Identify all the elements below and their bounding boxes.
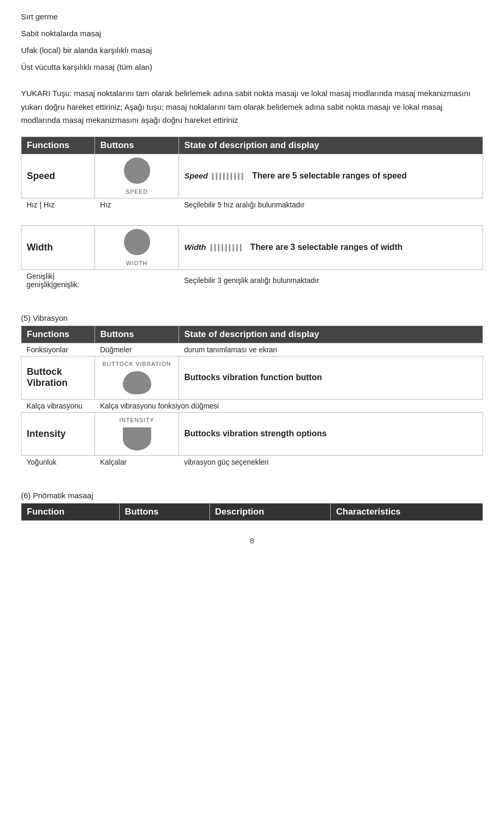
buttock-desc-cell: Buttocks vibration function button xyxy=(179,356,483,399)
vibration-tr-state: durum tanımlaması ve ekran xyxy=(179,343,483,356)
buttock-tr-buttons: Kalça vibrasyonu fonksiyon düğmesi xyxy=(95,399,483,412)
intro-block: Sırt germe Sabit noktalarda masaj Ufak (… xyxy=(21,11,483,127)
line4: Üst vücutta karşılıklı masaj (tüm alan) xyxy=(21,61,483,74)
vibration-header-functions: Functions xyxy=(22,326,95,343)
speed-header-functions: Functions xyxy=(22,137,95,154)
width-table: Width WIDTH Width There are 3 selectable… xyxy=(21,225,483,291)
pneumatic-header-row: Function Buttons Description Characteris… xyxy=(22,503,483,520)
speed-slider-label: Speed xyxy=(184,171,208,180)
buttock-translation-row: Kalça vibrasyonu Kalça vibrasyonu fonksi… xyxy=(22,399,483,412)
page-number: 8 xyxy=(21,537,483,545)
width-label: Width xyxy=(22,225,95,269)
vibration-header-row: Functions Buttons State of description a… xyxy=(22,326,483,343)
intensity-label: Intensity xyxy=(22,412,95,455)
speed-tr-buttons: Hız xyxy=(95,198,179,211)
intensity-tr-functions: Yoğunluk xyxy=(22,455,95,468)
speed-icon-cell: SPEED xyxy=(95,154,179,198)
pneumatic-heading: (6) Pnömatik masaaj xyxy=(21,491,483,500)
width-tr-functions: Genişlik| genişlik|genişlik: xyxy=(22,269,95,291)
pneumatic-table: Function Buttons Description Characteris… xyxy=(21,503,483,521)
buttock-vibration-row: Buttock Vibration BUTTOCK VIBRATION Butt… xyxy=(22,356,483,399)
vibration-tr-buttons: Düğmeler xyxy=(95,343,179,356)
width-slider-label: Width xyxy=(184,243,206,251)
pneumatic-header-description: Description xyxy=(209,503,331,520)
intensity-tr-state: vibrasyon güç seçenekleri xyxy=(179,455,483,468)
speed-label: Speed xyxy=(22,154,95,198)
line2: Sabit noktalarda masaj xyxy=(21,27,483,40)
intensity-icon xyxy=(123,427,151,450)
speed-translation-row: Hız | Hız Hız Seçilebilir 5 hız aralığı … xyxy=(22,198,483,211)
width-desc: There are 3 selectable ranges of width xyxy=(250,243,403,252)
vibration-tr-functions: Fonksiyonlar xyxy=(22,343,95,356)
speed-tr-state: Seçilebilir 5 hız aralığı bulunmaktadır xyxy=(179,198,483,211)
width-tr-buttons xyxy=(95,269,179,291)
pneumatic-header-buttons: Buttons xyxy=(119,503,209,520)
width-slider-lines xyxy=(211,244,242,251)
line3: Ufak (local) bir alanda karşılıklı masaj xyxy=(21,44,483,57)
width-icon-cell: WIDTH xyxy=(95,225,179,269)
pneumatic-header-function: Function xyxy=(22,503,120,520)
width-state-cell: Width There are 3 selectable ranges of w… xyxy=(179,225,483,269)
width-data-row: Width WIDTH Width There are 3 selectable… xyxy=(22,225,483,269)
vibration-header-state: State of description and display xyxy=(179,326,483,343)
speed-sublabel: SPEED xyxy=(100,188,173,195)
speed-tr-functions: Hız | Hız xyxy=(22,198,95,211)
width-sublabel: WIDTH xyxy=(100,260,173,266)
intensity-translation-row: Yoğunluk Kalçalar vibrasyon güç seçenekl… xyxy=(22,455,483,468)
buttock-label: Buttock Vibration xyxy=(22,356,95,399)
line1: Sırt germe xyxy=(21,11,483,23)
width-circle-icon xyxy=(124,229,150,255)
buttock-tr-functions: Kalça vibrasyonu xyxy=(22,399,95,412)
buttock-sublabel: BUTTOCK VIBRATION xyxy=(100,361,173,367)
speed-desc: There are 5 selectable ranges of speed xyxy=(252,171,406,181)
buttock-vibration-icon xyxy=(123,371,151,394)
vibration-header-buttons: Buttons xyxy=(95,326,179,343)
speed-state-cell: Speed There are 5 selectable ranges of s… xyxy=(179,154,483,198)
intensity-desc-cell: Buttocks vibration strength options xyxy=(179,412,483,455)
buttock-icon-cell: BUTTOCK VIBRATION xyxy=(95,356,179,399)
speed-slider-lines xyxy=(212,173,244,180)
pneumatic-header-characteristics: Characteristics xyxy=(331,503,483,520)
vibration-tr-header-row: Fonksiyonlar Düğmeler durum tanımlaması … xyxy=(22,343,483,356)
speed-header-row: Functions Buttons State of description a… xyxy=(22,137,483,154)
intensity-icon-cell: INTENSITY xyxy=(95,412,179,455)
intensity-row: Intensity INTENSITY Buttocks vibration s… xyxy=(22,412,483,455)
intensity-sublabel: INTENSITY xyxy=(100,417,173,423)
speed-data-row: Speed SPEED Speed There are 5 selectable… xyxy=(22,154,483,198)
vibration-table: Functions Buttons State of description a… xyxy=(21,326,483,468)
speed-header-buttons: Buttons xyxy=(95,137,179,154)
speed-table: Functions Buttons State of description a… xyxy=(21,137,483,211)
width-translation-row: Genişlik| genişlik|genişlik: Seçilebilir… xyxy=(22,269,483,291)
speed-header-state: State of description and display xyxy=(179,137,483,154)
intro-paragraph: YUKARI Tuşu: masaj noktalarını tam olara… xyxy=(21,87,483,127)
intensity-tr-buttons: Kalçalar xyxy=(95,455,179,468)
vibration-heading: (5) Vibrasyon xyxy=(21,313,483,322)
speed-circle-icon xyxy=(124,158,150,184)
width-tr-state: Seçilebilir 3 genişlik aralığı bulunmakt… xyxy=(179,269,483,291)
